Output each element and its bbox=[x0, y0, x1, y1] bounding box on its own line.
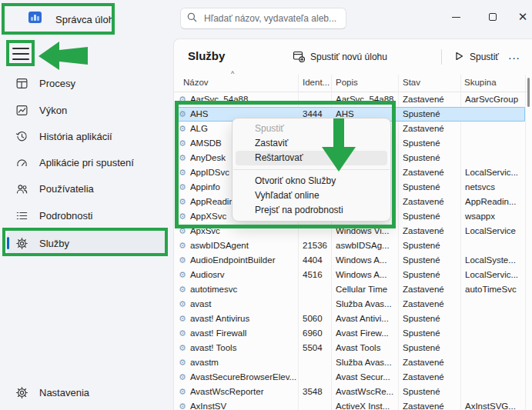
task-manager-window: Správca úloh ✕ Procesy Výkon História ap… bbox=[0, 0, 532, 410]
table-row[interactable]: ⚙aswbIDSAgent 21536 aswbIDSAg... Spusten… bbox=[176, 238, 525, 253]
run-new-task-button[interactable]: Spustiť novú úlohu bbox=[286, 46, 393, 68]
service-group: LocalSyste... bbox=[460, 253, 525, 268]
service-group: AarSvcGroup bbox=[460, 92, 525, 107]
service-pid bbox=[298, 224, 331, 238]
sidebar-item-vykon[interactable]: Výkon bbox=[7, 98, 166, 122]
service-gear-icon: ⚙ bbox=[179, 297, 186, 312]
sort-ascending-icon: ^ bbox=[231, 70, 234, 78]
sidebar-item-label: Používatelia bbox=[39, 183, 94, 195]
sidebar-item-pouzivatelia[interactable]: Používatelia bbox=[7, 177, 166, 200]
search-box[interactable] bbox=[180, 8, 346, 29]
search-input[interactable] bbox=[202, 12, 340, 25]
table-row[interactable]: ⚙AvastWscReporter 3548 AvastWscRe... Spu… bbox=[176, 385, 525, 399]
table-row[interactable]: ⚙autotimesvc Cellular Time Zastavené aut… bbox=[176, 282, 525, 297]
service-pid bbox=[298, 282, 331, 297]
service-group bbox=[460, 312, 525, 326]
close-button[interactable]: ✕ bbox=[510, 5, 532, 29]
table-row[interactable]: ⚙AudioEndpointBuilder 4404 Windows A... … bbox=[176, 253, 525, 268]
service-status: Spustené bbox=[398, 385, 460, 399]
service-description: Avast Firew... bbox=[331, 326, 398, 341]
context-menu-item-zastavit[interactable]: Zastaviť bbox=[236, 136, 387, 151]
sidebar-item-label: Podrobnosti bbox=[39, 210, 92, 222]
service-name: avastm bbox=[190, 355, 219, 370]
context-menu-item-vyhladat-online[interactable]: Vyhľadať online bbox=[236, 188, 387, 203]
navigation-menu-button[interactable] bbox=[12, 46, 30, 62]
sidebar-item-label: Nastavenia bbox=[39, 387, 89, 398]
service-group bbox=[460, 370, 525, 385]
service-description: Avast Tools bbox=[331, 341, 398, 355]
service-status: Zastavené bbox=[398, 165, 460, 180]
service-pid: 3548 bbox=[298, 385, 331, 399]
table-row[interactable]: ⚙AxInstSV ActiveX Inst... Zastavené AxIn… bbox=[176, 399, 525, 410]
service-name: AudioEndpointBuilder bbox=[190, 253, 276, 268]
service-group: AppReadin... bbox=[460, 195, 525, 209]
table-row[interactable]: ⚙avast! Antivirus 5060 Avast Antivi... S… bbox=[176, 312, 525, 326]
service-group: autoTimeSvc bbox=[460, 282, 525, 297]
service-pid bbox=[298, 370, 331, 385]
service-name: Appinfo bbox=[190, 180, 220, 195]
service-status: Zastavené bbox=[398, 355, 460, 370]
service-name: AMSDB bbox=[190, 136, 222, 151]
sidebar-item-aplikacie-pri-spusteni[interactable]: Aplikácie pri spustení bbox=[7, 151, 166, 174]
table-row[interactable]: ⚙avast! Firewall 6960 Avast Firew... Spu… bbox=[176, 326, 525, 341]
table-row[interactable]: ⚙Audiosrv 4516 Windows A... Spustené Loc… bbox=[176, 268, 525, 282]
table-row[interactable]: ⚙AarSvc_54a88 AarSvc_54a88 Zastavené Aar… bbox=[176, 92, 525, 107]
service-description: AarSvc_54a88 bbox=[331, 92, 398, 107]
service-description: Služba Avas... bbox=[331, 355, 398, 370]
service-pid: 4404 bbox=[298, 253, 331, 268]
service-gear-icon: ⚙ bbox=[179, 224, 186, 238]
service-name: AvastWscReporter bbox=[190, 385, 264, 399]
app-history-icon bbox=[15, 130, 28, 143]
sidebar-item-procesy[interactable]: Procesy bbox=[7, 72, 166, 95]
context-menu-item-otvorit-okno-sluzby[interactable]: Otvoriť okno Služby bbox=[236, 174, 387, 188]
service-name: avast! Tools bbox=[190, 341, 237, 355]
service-pid: 5504 bbox=[298, 341, 331, 355]
column-header-skupina[interactable]: Skupina bbox=[464, 78, 497, 87]
play-icon bbox=[453, 51, 464, 64]
table-row[interactable]: ⚙avast! Tools 5504 Avast Tools Spustené bbox=[176, 341, 525, 355]
sidebar-item-sluzby[interactable]: Služby bbox=[7, 232, 166, 255]
service-name: AxInstSV bbox=[190, 399, 226, 410]
table-row[interactable]: ⚙avastm Služba Avas... Zastavené bbox=[176, 355, 525, 370]
services-icon bbox=[15, 237, 28, 250]
service-status: Spustené bbox=[398, 312, 460, 326]
table-row[interactable]: ⚙AvastSecureBrowserElev... Avast Secur..… bbox=[176, 370, 525, 385]
sidebar-item-podrobnosti[interactable]: Podrobnosti bbox=[7, 204, 166, 227]
sidebar-item-nastavenia[interactable]: Nastavenia bbox=[7, 381, 166, 404]
service-gear-icon: ⚙ bbox=[179, 341, 186, 355]
service-name: avast bbox=[190, 297, 212, 312]
service-gear-icon: ⚙ bbox=[179, 268, 186, 282]
run-button[interactable]: Spustiť bbox=[447, 46, 505, 68]
service-gear-icon: ⚙ bbox=[179, 122, 186, 136]
service-status: Spustené bbox=[398, 238, 460, 253]
vertical-scrollbar[interactable] bbox=[527, 78, 530, 107]
service-gear-icon: ⚙ bbox=[179, 282, 186, 297]
service-status: Spustené bbox=[398, 253, 460, 268]
service-status: Zastavené bbox=[398, 297, 460, 312]
service-gear-icon: ⚙ bbox=[179, 107, 186, 122]
sidebar-item-historia-aplikacii[interactable]: História aplikácií bbox=[7, 125, 166, 148]
table-row[interactable]: ⚙avast Služba Avas... Zastavené bbox=[176, 297, 525, 312]
column-header-popis[interactable]: Popis bbox=[336, 78, 358, 87]
context-menu-separator bbox=[233, 169, 390, 170]
context-menu: SpustiťZastaviťReštartovaťOtvoriť okno S… bbox=[232, 118, 391, 222]
context-menu-item-restartovat[interactable]: Reštartovať bbox=[236, 151, 387, 165]
service-gear-icon: ⚙ bbox=[179, 180, 186, 195]
service-gear-icon: ⚙ bbox=[179, 385, 186, 399]
context-menu-item-prejst-na-podrobnosti[interactable]: Prejsť na podrobnosti bbox=[236, 203, 387, 218]
service-group bbox=[460, 341, 525, 355]
processes-icon bbox=[15, 77, 28, 90]
run-new-task-label: Spustiť novú úlohu bbox=[310, 52, 387, 62]
more-options-button[interactable]: ... bbox=[501, 44, 527, 65]
table-row[interactable]: ⚙ApxSvc Windows Vi... Zastavené LocalSer… bbox=[176, 224, 525, 238]
minimize-button[interactable] bbox=[443, 5, 469, 29]
service-description: Windows A... bbox=[331, 253, 398, 268]
service-status: Spustené bbox=[398, 136, 460, 151]
maximize-button[interactable] bbox=[480, 5, 506, 29]
column-header-nazov[interactable]: Názov bbox=[183, 78, 209, 87]
service-status: Zastavené bbox=[398, 370, 460, 385]
column-header-ident[interactable]: Ident... bbox=[303, 78, 330, 87]
service-description: Avast Antivi... bbox=[331, 312, 398, 326]
column-header-stav[interactable]: Stav bbox=[403, 78, 420, 87]
service-group: LocalServic... bbox=[460, 268, 525, 282]
